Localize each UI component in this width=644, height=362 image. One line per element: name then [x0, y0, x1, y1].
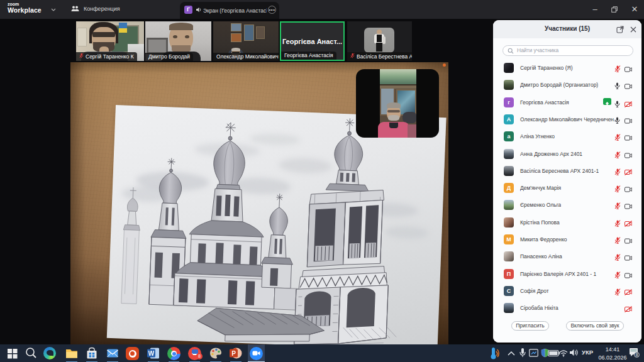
svg-text:W: W	[148, 350, 155, 357]
svg-text:8: 8	[636, 353, 638, 357]
svg-text:P: P	[231, 350, 236, 357]
